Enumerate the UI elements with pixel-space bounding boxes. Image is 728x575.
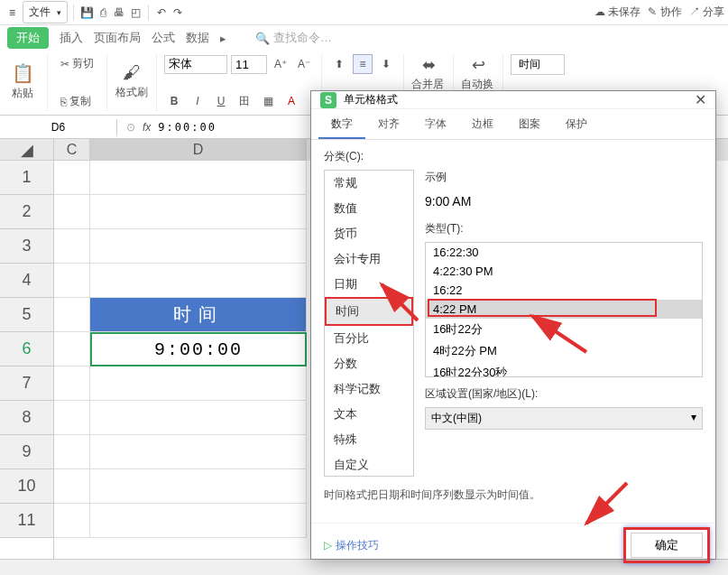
tab-pattern[interactable]: 图案 bbox=[506, 109, 553, 139]
save-icon[interactable]: 💾 bbox=[79, 5, 94, 20]
tab-insert[interactable]: 插入 bbox=[60, 30, 83, 46]
format-painter[interactable]: 🖌 格式刷 bbox=[115, 54, 149, 108]
list-item[interactable]: 会计专用 bbox=[325, 246, 413, 272]
name-box[interactable]: D6 bbox=[0, 119, 117, 135]
font-size-select[interactable] bbox=[231, 55, 267, 74]
decrease-font-icon[interactable]: A⁻ bbox=[294, 54, 314, 74]
row-header-active[interactable]: 6 bbox=[0, 332, 53, 366]
row-header[interactable]: 2 bbox=[0, 195, 53, 229]
locale-select[interactable]: 中文(中国)▾ bbox=[425, 407, 703, 430]
list-item[interactable]: 16:22:30 bbox=[426, 243, 702, 262]
col-header-active[interactable]: D bbox=[90, 139, 307, 161]
fx-label[interactable]: fx bbox=[143, 121, 151, 134]
paste-icon: 📋 bbox=[12, 62, 34, 84]
border-button[interactable]: 田 bbox=[235, 91, 254, 111]
redo-icon[interactable]: ↷ bbox=[170, 5, 185, 20]
increase-font-icon[interactable]: A⁺ bbox=[271, 54, 290, 74]
list-item-time[interactable]: 时间 bbox=[325, 297, 413, 326]
list-item[interactable]: 数值 bbox=[325, 196, 413, 221]
merge-icon: ⬌ bbox=[422, 55, 436, 75]
list-item-selected[interactable]: 4:22 PM bbox=[426, 300, 702, 319]
row-header[interactable]: 3 bbox=[0, 229, 53, 264]
ok-button[interactable]: 确定 bbox=[631, 533, 703, 558]
list-item[interactable]: 自定义 bbox=[325, 452, 413, 477]
list-item[interactable]: 文本 bbox=[325, 402, 413, 427]
tab-more[interactable]: ▸ bbox=[220, 32, 226, 45]
ribbon-tabs: 开始 插入 页面布局 公式 数据 ▸ 🔍 查找命令… bbox=[0, 25, 728, 51]
list-item[interactable]: 科学记数 bbox=[325, 376, 413, 402]
category-label: 分类(C): bbox=[324, 149, 703, 164]
tab-start[interactable]: 开始 bbox=[7, 27, 49, 49]
sample-value: 9:00 AM bbox=[425, 190, 703, 212]
cut-button[interactable]: ✂ 剪切 bbox=[55, 54, 99, 73]
tab-protect[interactable]: 保护 bbox=[553, 109, 600, 139]
list-item[interactable]: 货币 bbox=[325, 221, 413, 246]
close-icon[interactable]: ✕ bbox=[695, 91, 706, 108]
list-item[interactable]: 特殊 bbox=[325, 427, 413, 452]
sample-label: 示例 bbox=[425, 170, 703, 185]
unsaved-status[interactable]: ☁ 未保存 bbox=[594, 5, 640, 20]
fill-color-button[interactable]: ▦ bbox=[258, 91, 278, 111]
row-header[interactable]: 8 bbox=[0, 401, 53, 435]
chevron-down-icon: ▾ bbox=[691, 411, 696, 426]
list-item[interactable]: 日期 bbox=[325, 272, 413, 297]
type-list[interactable]: 16:22:30 4:22:30 PM 16:22 4:22 PM 16时22分… bbox=[425, 242, 703, 377]
tab-number[interactable]: 数字 bbox=[318, 109, 365, 139]
tab-data[interactable]: 数据 bbox=[186, 30, 209, 46]
list-item[interactable]: 4时22分 PM bbox=[426, 340, 702, 362]
list-item[interactable]: 16时22分30秒 bbox=[426, 362, 702, 377]
file-menu[interactable]: 文件▾ bbox=[23, 1, 68, 23]
row-header[interactable]: 1 bbox=[0, 161, 53, 195]
tab-border[interactable]: 边框 bbox=[459, 109, 506, 139]
list-item[interactable]: 百分比 bbox=[325, 326, 413, 351]
wrap-icon: ↩ bbox=[472, 55, 485, 75]
tab-layout[interactable]: 页面布局 bbox=[94, 30, 141, 46]
dialog-icon: S bbox=[320, 92, 336, 108]
font-family-select[interactable] bbox=[164, 55, 227, 74]
list-item[interactable]: 分数 bbox=[325, 351, 413, 376]
list-item[interactable]: 4:22:30 PM bbox=[426, 262, 702, 281]
italic-button[interactable]: I bbox=[188, 91, 207, 111]
preview-icon[interactable]: ◰ bbox=[128, 5, 143, 20]
command-search[interactable]: 🔍 查找命令… bbox=[255, 30, 332, 46]
menubar: ≡ 文件▾ 💾 ⎙ 🖶 ◰ ↶ ↷ ☁ 未保存 ✎ 协作 ↗ 分享 bbox=[0, 0, 728, 25]
coop-button[interactable]: ✎ 协作 bbox=[648, 5, 681, 20]
row-header[interactable]: 5 bbox=[0, 298, 53, 332]
number-format-select[interactable]: 时间 bbox=[511, 54, 565, 75]
formula-input[interactable]: 9:00:00 bbox=[158, 121, 217, 134]
align-middle-icon[interactable]: ≡ bbox=[353, 54, 373, 74]
print-icon[interactable]: 🖶 bbox=[112, 5, 126, 20]
dialog-tabs: 数字 对齐 字体 边框 图案 保护 bbox=[311, 109, 715, 140]
list-item[interactable]: 16时22分 bbox=[426, 319, 702, 340]
tab-align[interactable]: 对齐 bbox=[365, 109, 412, 139]
row-header[interactable]: 7 bbox=[0, 366, 53, 401]
share-button[interactable]: ↗ 分享 bbox=[689, 5, 724, 20]
type-label: 类型(T): bbox=[425, 221, 703, 236]
cell-d5[interactable]: 时间 bbox=[90, 298, 307, 332]
select-all-corner[interactable]: ◢ bbox=[0, 139, 53, 161]
align-bottom-icon[interactable]: ⬇ bbox=[376, 54, 396, 74]
tab-formula[interactable]: 公式 bbox=[152, 30, 175, 46]
row-header[interactable]: 4 bbox=[0, 264, 53, 298]
cancel-icon[interactable]: ⊙ bbox=[126, 121, 135, 134]
col-header[interactable]: C bbox=[54, 139, 90, 161]
brush-icon: 🖌 bbox=[123, 62, 141, 83]
category-list[interactable]: 常规 数值 货币 会计专用 日期 时间 百分比 分数 科学记数 文本 特殊 自定… bbox=[324, 170, 414, 477]
row-header[interactable]: 9 bbox=[0, 435, 53, 469]
list-item[interactable]: 常规 bbox=[325, 171, 413, 196]
paste-button[interactable]: 📋 粘贴 bbox=[5, 54, 40, 108]
font-color-button[interactable]: A bbox=[281, 91, 301, 111]
row-header[interactable]: 11 bbox=[0, 504, 53, 538]
copy-button[interactable]: ⎘ 复制 bbox=[55, 92, 97, 111]
export-icon[interactable]: ⎙ bbox=[96, 5, 110, 20]
bold-button[interactable]: B bbox=[164, 91, 184, 111]
menu-hamburger[interactable]: ≡ bbox=[4, 4, 21, 22]
cell-d6-active[interactable]: 9:00:00 bbox=[90, 332, 307, 366]
align-top-icon[interactable]: ⬆ bbox=[329, 54, 349, 74]
list-item[interactable]: 16:22 bbox=[426, 281, 702, 300]
tips-link[interactable]: ▷ 操作技巧 bbox=[324, 538, 379, 553]
undo-icon[interactable]: ↶ bbox=[154, 5, 169, 20]
tab-font[interactable]: 字体 bbox=[412, 109, 459, 139]
row-header[interactable]: 10 bbox=[0, 469, 53, 504]
underline-button[interactable]: U bbox=[211, 91, 231, 111]
